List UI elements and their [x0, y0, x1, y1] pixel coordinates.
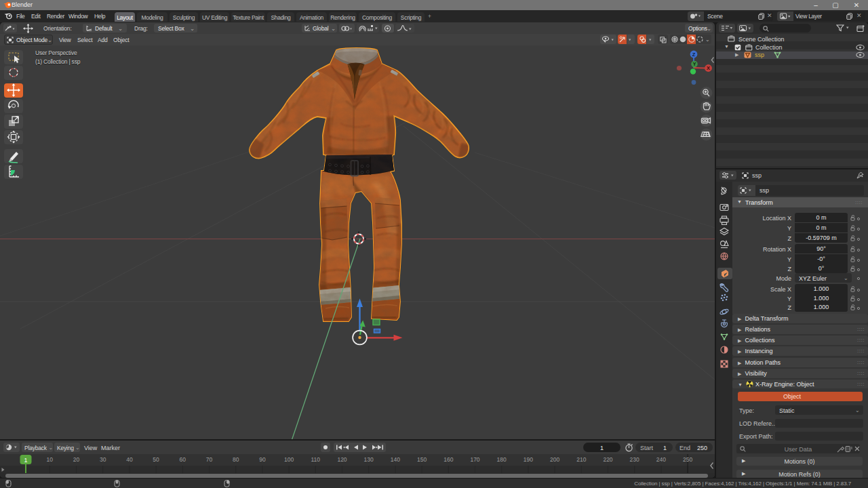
svg-text:60: 60	[180, 456, 186, 463]
svg-text:240: 240	[656, 456, 666, 463]
svg-text:140: 140	[391, 456, 400, 463]
svg-text:160: 160	[443, 456, 453, 463]
svg-text:130: 130	[364, 456, 374, 463]
svg-text:100: 100	[284, 456, 294, 463]
svg-text:170: 170	[470, 456, 479, 463]
svg-text:20: 20	[73, 456, 80, 463]
svg-text:220: 220	[603, 456, 612, 463]
svg-text:120: 120	[337, 456, 347, 463]
svg-text:190: 190	[524, 456, 533, 463]
svg-text:180: 180	[497, 456, 507, 463]
svg-text:80: 80	[233, 456, 239, 463]
svg-text:Z: Z	[692, 52, 696, 58]
svg-text:250: 250	[683, 456, 692, 463]
svg-text:Y: Y	[693, 62, 696, 66]
svg-text:10: 10	[47, 456, 54, 463]
svg-text:110: 110	[311, 456, 321, 463]
svg-text:150: 150	[417, 456, 427, 463]
svg-text:30: 30	[100, 456, 106, 463]
svg-text:X: X	[707, 65, 710, 71]
svg-text:50: 50	[153, 456, 159, 463]
svg-text:200: 200	[550, 456, 559, 463]
svg-text:210: 210	[576, 456, 586, 463]
svg-text:90: 90	[259, 456, 266, 463]
svg-text:40: 40	[126, 456, 133, 463]
svg-text:1: 1	[24, 457, 27, 464]
svg-text:230: 230	[630, 456, 639, 463]
svg-text:70: 70	[206, 456, 213, 463]
